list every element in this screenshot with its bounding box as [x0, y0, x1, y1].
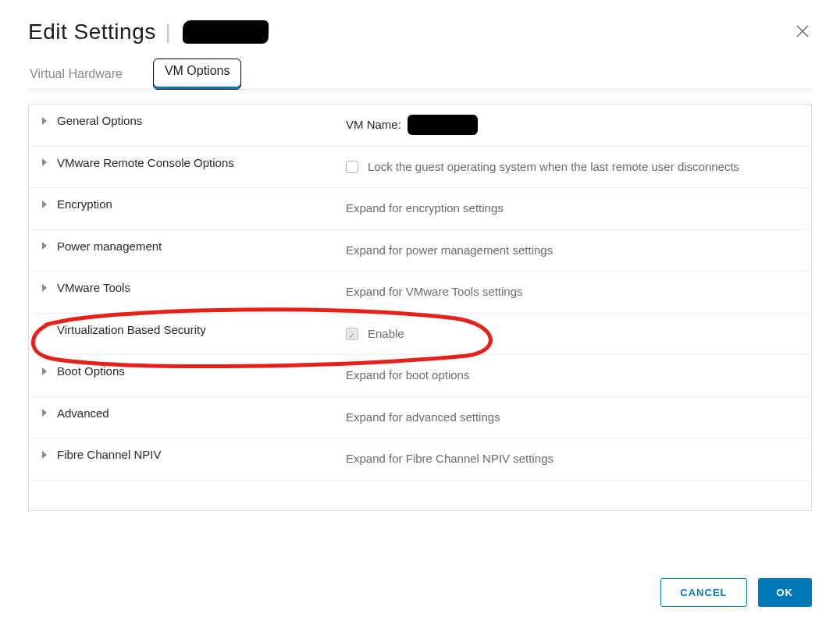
row-general-options[interactable]: General Options VM Name: [29, 105, 811, 147]
chevron-right-icon [41, 117, 49, 125]
cancel-button[interactable]: CANCEL [660, 578, 746, 607]
tab-vm-options[interactable]: VM Options [154, 59, 241, 89]
row-remote-console[interactable]: VMware Remote Console Options Lock the g… [29, 147, 811, 189]
options-panel: General Options VM Name: VMware Remote C… [28, 104, 812, 511]
row-value: Expand for VMware Tools settings [346, 281, 523, 303]
tab-virtual-hardware[interactable]: Virtual Hardware [28, 59, 137, 89]
tab-bar: Virtual Hardware VM Options [28, 59, 812, 90]
dialog-footer: CANCEL OK [28, 562, 812, 621]
row-value: Expand for advanced settings [346, 406, 500, 429]
dialog-title: Edit Settings [28, 20, 156, 44]
checkbox-label: Lock the guest operating system when the… [368, 156, 739, 179]
svg-marker-5 [42, 242, 47, 250]
close-button[interactable] [793, 19, 812, 45]
svg-marker-4 [42, 200, 47, 208]
row-value: Expand for Fibre Channel NPIV settings [346, 448, 553, 470]
chevron-right-icon [41, 367, 49, 375]
row-label: VMware Remote Console Options [57, 156, 234, 169]
vbs-enable-checkbox [346, 328, 358, 340]
row-label: Power management [57, 240, 162, 253]
ok-button[interactable]: OK [758, 578, 813, 607]
chevron-right-icon [41, 200, 49, 208]
redacted-vm-name [408, 115, 478, 135]
svg-marker-7 [42, 367, 47, 375]
row-label: Virtualization Based Security [57, 323, 206, 336]
svg-marker-8 [42, 409, 47, 417]
row-value: Expand for boot options [346, 364, 469, 387]
redacted-object-name [183, 20, 269, 44]
row-value: Expand for encryption settings [346, 197, 504, 220]
svg-marker-9 [42, 451, 47, 459]
row-vmware-tools[interactable]: VMware Tools Expand for VMware Tools set… [29, 271, 811, 314]
svg-marker-2 [42, 117, 47, 125]
chevron-right-icon [41, 284, 49, 292]
checkbox-label: Enable [368, 323, 404, 346]
row-virtualization-based-security: Virtualization Based Security Enable [29, 314, 811, 356]
title-separator: | [166, 20, 171, 44]
row-fc-npiv[interactable]: Fibre Channel NPIV Expand for Fibre Chan… [29, 438, 811, 481]
row-label: VMware Tools [57, 281, 130, 294]
row-label: Advanced [57, 406, 109, 420]
chevron-right-icon [41, 451, 49, 459]
row-label: Fibre Channel NPIV [57, 448, 161, 461]
close-icon [796, 25, 809, 37]
chevron-right-icon [41, 242, 49, 250]
svg-marker-6 [42, 284, 47, 292]
blank-row [29, 481, 811, 510]
row-label: Boot Options [57, 364, 125, 378]
svg-marker-3 [42, 158, 47, 166]
row-boot-options[interactable]: Boot Options Expand for boot options [29, 355, 811, 397]
lock-guest-checkbox[interactable] [346, 161, 358, 173]
row-encryption[interactable]: Encryption Expand for encryption setting… [29, 188, 811, 230]
row-advanced[interactable]: Advanced Expand for advanced settings [29, 397, 811, 439]
dialog-header: Edit Settings | [28, 19, 812, 45]
row-label: General Options [57, 114, 142, 127]
row-label: Encryption [57, 197, 112, 211]
chevron-right-icon [41, 158, 49, 166]
vm-name-prefix: VM Name: [346, 114, 401, 137]
title-area: Edit Settings | [28, 20, 269, 44]
edit-settings-dialog: Edit Settings | Virtual Hardware VM Opti… [0, 0, 840, 621]
row-power-management[interactable]: Power management Expand for power manage… [29, 230, 811, 272]
chevron-right-icon [41, 409, 49, 417]
row-value: Expand for power management settings [346, 240, 553, 262]
